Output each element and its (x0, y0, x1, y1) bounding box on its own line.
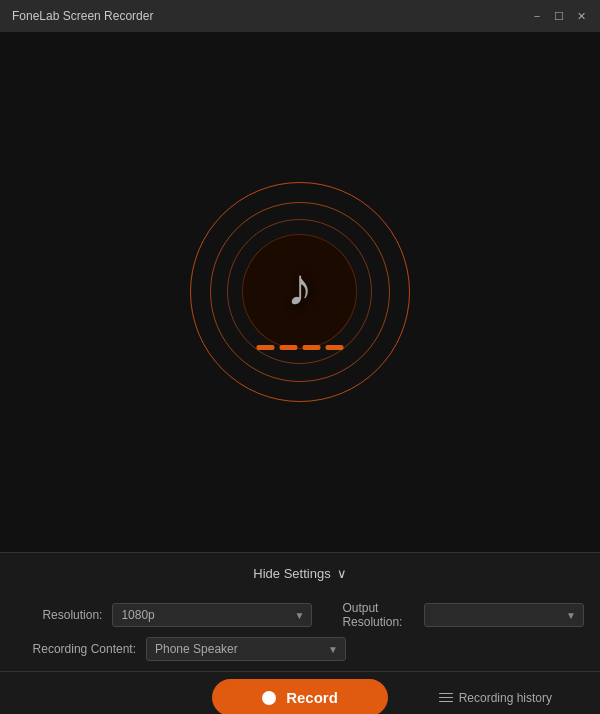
recording-content-row: Recording Content: Phone Speaker Microph… (16, 637, 584, 661)
title-bar: FoneLab Screen Recorder − ☐ ✕ (0, 0, 600, 32)
window-controls: − ☐ ✕ (530, 9, 588, 23)
output-resolution-select-wrap: 1080p 720p ▼ (424, 603, 584, 627)
output-resolution-select[interactable]: 1080p 720p (424, 603, 584, 627)
settings-fields: Resolution: 1080p 720p 480p ▼ Output Res… (0, 593, 600, 671)
resolution-label: Resolution: (16, 608, 102, 622)
eq-bars (257, 345, 344, 350)
app-title: FoneLab Screen Recorder (12, 9, 153, 23)
hamburger-icon (439, 693, 453, 703)
resolution-select[interactable]: 1080p 720p 480p (112, 603, 312, 627)
eq-bar-1 (257, 345, 275, 350)
output-resolution-label: Output Resolution: (342, 601, 414, 629)
hamburger-line-3 (439, 701, 453, 703)
close-button[interactable]: ✕ (574, 9, 588, 23)
resolution-select-wrap: 1080p 720p 480p ▼ (112, 603, 312, 627)
bottom-bar: Record Recording history (0, 671, 600, 714)
eq-bar-3 (303, 345, 321, 350)
settings-panel: Hide Settings ∨ Resolution: 1080p 720p 4… (0, 552, 600, 671)
eq-bar-4 (326, 345, 344, 350)
recording-history-link[interactable]: Recording history (439, 691, 552, 705)
minimize-button[interactable]: − (530, 9, 544, 23)
hide-settings-toggle[interactable]: Hide Settings ∨ (0, 553, 600, 593)
resolution-row: Resolution: 1080p 720p 480p ▼ Output Res… (16, 601, 584, 629)
chevron-down-icon: ∨ (337, 566, 347, 581)
visualization-area: ♪ (0, 32, 600, 552)
recording-history-label: Recording history (459, 691, 552, 705)
eq-bar-2 (280, 345, 298, 350)
record-button[interactable]: Record (212, 679, 388, 714)
recording-content-label: Recording Content: (16, 642, 136, 656)
hamburger-line-2 (439, 697, 453, 699)
hamburger-line-1 (439, 693, 453, 695)
maximize-button[interactable]: ☐ (552, 9, 566, 23)
recording-content-select[interactable]: Phone Speaker Microphone System Sound (146, 637, 346, 661)
circle-visualizer: ♪ (190, 182, 410, 402)
hide-settings-label: Hide Settings (253, 566, 330, 581)
record-dot-icon (262, 691, 276, 705)
recording-content-select-wrap: Phone Speaker Microphone System Sound ▼ (146, 637, 346, 661)
music-note-icon: ♪ (287, 257, 313, 317)
bottom-content: Record Recording history (24, 679, 576, 714)
record-label: Record (286, 689, 338, 706)
